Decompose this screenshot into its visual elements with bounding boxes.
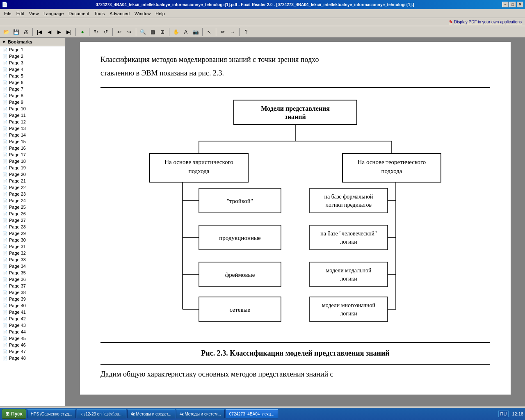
collapse-icon[interactable]: ▼ [2, 39, 6, 44]
prev-page-button[interactable]: ◀ [45, 27, 54, 37]
sidebar-page-29[interactable]: 📄Page 29 [0, 230, 65, 237]
sidebar-page-34[interactable]: 📄Page 34 [0, 263, 65, 269]
sidebar-page-23[interactable]: 📄Page 23 [0, 191, 65, 197]
sidebar-page-17[interactable]: 📄Page 17 [0, 151, 65, 158]
sidebar-page-38[interactable]: 📄Page 38 [0, 289, 65, 296]
sidebar-page-21[interactable]: 📄Page 21 [0, 178, 65, 184]
sidebar-page-45[interactable]: 📄Page 45 [0, 335, 65, 342]
sidebar-page-16[interactable]: 📄Page 16 [0, 145, 65, 151]
sidebar-page-32[interactable]: 📄Page 32 [0, 250, 65, 256]
sidebar-page-13[interactable]: 📄Page 13 [0, 125, 65, 132]
select-button[interactable]: A [181, 27, 190, 37]
taskbar-item-4[interactable]: 4к Методы и систем... [176, 409, 225, 418]
page-icon: 📄 [2, 61, 7, 65]
print-button[interactable]: 🖨 [21, 27, 30, 37]
menu-tools[interactable]: Tools [91, 10, 107, 17]
sidebar-page-19[interactable]: 📄Page 19 [0, 164, 65, 171]
sidebar-page-14[interactable]: 📄Page 14 [0, 132, 65, 138]
menu-document[interactable]: Document [66, 10, 91, 17]
sidebar-page-33[interactable]: 📄Page 33 [0, 256, 65, 263]
sidebar-page-36[interactable]: 📄Page 36 [0, 276, 65, 283]
next-page-button[interactable]: ▶| [64, 27, 73, 37]
taskbar-item-5[interactable]: 0724273_4BA04_лекц... [226, 409, 278, 418]
first-page-button[interactable]: |◀ [35, 27, 44, 37]
taskbar-item-2[interactable]: kis12-23 on "astra\pu... [77, 409, 126, 418]
sidebar-page-43[interactable]: 📄Page 43 [0, 322, 65, 329]
sidebar-page-1[interactable]: 📄Page 1 [0, 46, 65, 53]
save-button[interactable]: 💾 [11, 27, 21, 37]
sidebar-page-5[interactable]: 📄Page 5 [0, 73, 65, 79]
page-icon: 📄 [2, 310, 7, 315]
sidebar-page-24[interactable]: 📄Page 24 [0, 197, 65, 204]
sidebar-page-39[interactable]: 📄Page 39 [0, 296, 65, 302]
language-indicator[interactable]: RU [498, 411, 509, 417]
sidebar-page-46[interactable]: 📄Page 46 [0, 342, 65, 348]
menu-advanced[interactable]: Advanced [107, 10, 132, 17]
sidebar-page-25[interactable]: 📄Page 25 [0, 204, 65, 210]
sidebar-page-2[interactable]: 📄Page 2 [0, 53, 65, 59]
sidebar-page-18[interactable]: 📄Page 18 [0, 158, 65, 164]
view-btn1[interactable]: ▤ [148, 27, 157, 37]
fit-page-button[interactable]: ● [78, 27, 87, 37]
taskbar-item-2-label: kis12-23 on "astra\pu... [80, 412, 123, 416]
redo-button[interactable]: ↪ [125, 27, 134, 37]
sidebar-page-37[interactable]: 📄Page 37 [0, 283, 65, 289]
sidebar-page-3[interactable]: 📄Page 3 [0, 59, 65, 66]
find-button[interactable]: 🔍 [138, 27, 147, 37]
sidebar-page-35[interactable]: 📄Page 35 [0, 269, 65, 276]
sidebar-page-41[interactable]: 📄Page 41 [0, 309, 65, 315]
menu-edit[interactable]: Edit [14, 10, 27, 17]
sidebar-page-9[interactable]: 📄Page 9 [0, 99, 65, 105]
minimize-button[interactable]: – [502, 2, 509, 7]
foxit-ad-bar[interactable]: ✎ Display PDF in your own applications [0, 18, 525, 26]
sidebar-page-15[interactable]: 📄Page 15 [0, 138, 65, 145]
menu-help[interactable]: Help [153, 10, 167, 17]
sidebar-page-4[interactable]: 📄Page 4 [0, 66, 65, 73]
rotate-button[interactable]: ↻ [91, 27, 100, 37]
menu-view[interactable]: View [27, 10, 41, 17]
open-button[interactable]: 📂 [2, 27, 11, 37]
maximize-button[interactable]: □ [509, 2, 516, 7]
cursor-button[interactable]: ↖ [205, 27, 214, 37]
menu-file[interactable]: File [2, 10, 14, 17]
taskbar-item-1[interactable]: НРЅ /Савченко студ... [27, 409, 76, 418]
undo-button[interactable]: ↩ [115, 27, 124, 37]
page-label: Page 45 [9, 336, 26, 341]
sidebar-page-22[interactable]: 📄Page 22 [0, 184, 65, 191]
page-label: Page 47 [9, 349, 26, 354]
snapshot-button[interactable]: 📷 [191, 27, 200, 37]
annot-btn2[interactable]: → [228, 27, 237, 37]
sidebar-page-42[interactable]: 📄Page 42 [0, 315, 65, 322]
sidebar-page-12[interactable]: 📄Page 12 [0, 119, 65, 125]
sidebar-page-10[interactable]: 📄Page 10 [0, 105, 65, 112]
sidebar-page-44[interactable]: 📄Page 44 [0, 329, 65, 335]
sidebar-page-28[interactable]: 📄Page 28 [0, 224, 65, 230]
sidebar-page-40[interactable]: 📄Page 40 [0, 302, 65, 309]
sidebar-page-30[interactable]: 📄Page 30 [0, 237, 65, 243]
page-label: Page 7 [9, 87, 23, 91]
sidebar-page-31[interactable]: 📄Page 31 [0, 243, 65, 250]
view-btn2[interactable]: ⊞ [158, 27, 167, 37]
menu-window[interactable]: Window [132, 10, 153, 17]
sidebar-page-8[interactable]: 📄Page 8 [0, 92, 65, 99]
sidebar-page-7[interactable]: 📄Page 7 [0, 86, 65, 92]
close-button[interactable]: ✕ [517, 2, 523, 7]
annot-btn1[interactable]: ✏ [218, 27, 227, 37]
sidebar-page-27[interactable]: 📄Page 27 [0, 217, 65, 224]
taskbar-item-3[interactable]: 4к Методы и средст... [127, 409, 175, 418]
sidebar-page-47[interactable]: 📄Page 47 [0, 348, 65, 355]
start-button[interactable]: ⊞ Пуск [2, 409, 26, 419]
play-button[interactable]: ▶ [55, 27, 64, 37]
sidebar[interactable]: ▼ Bookmarks 📄Page 1📄Page 2📄Page 3📄Page 4… [0, 38, 66, 406]
help-button[interactable]: ? [242, 27, 251, 37]
sidebar-page-48[interactable]: 📄Page 48 [0, 355, 65, 361]
pdf-area[interactable]: Классификация методов моделирования знан… [66, 38, 525, 406]
hand-tool[interactable]: ✋ [171, 27, 180, 37]
foxit-ad-label[interactable]: Display PDF in your own applications [454, 20, 522, 24]
sidebar-page-11[interactable]: 📄Page 11 [0, 112, 65, 119]
sidebar-page-26[interactable]: 📄Page 26 [0, 210, 65, 217]
sidebar-page-6[interactable]: 📄Page 6 [0, 79, 65, 86]
sidebar-page-20[interactable]: 📄Page 20 [0, 171, 65, 178]
rotate2-button[interactable]: ↺ [101, 27, 110, 37]
menu-language[interactable]: Language [41, 10, 66, 17]
